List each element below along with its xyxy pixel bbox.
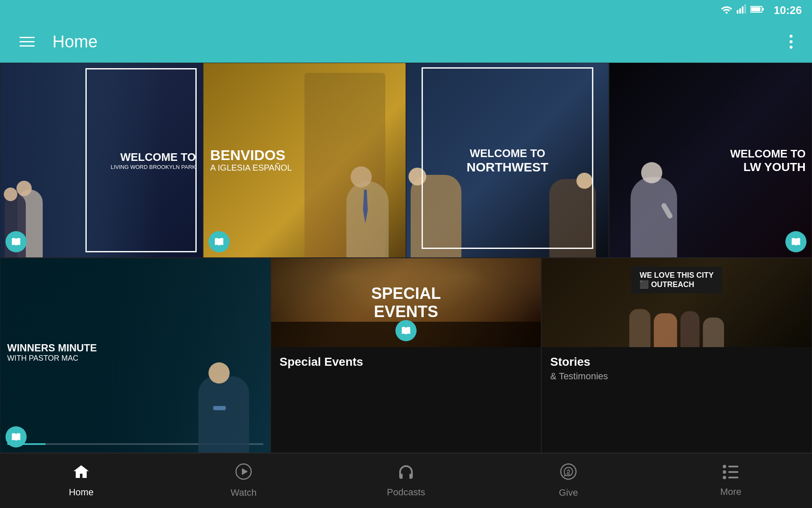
play-circle-icon: [235, 463, 252, 484]
svg-rect-2: [739, 8, 741, 14]
nav-watch[interactable]: Watch: [162, 453, 325, 508]
svg-point-10: [561, 464, 576, 479]
page-title: Home: [52, 32, 785, 51]
nav-home[interactable]: Home: [0, 453, 162, 508]
card-title-stories: Stories: [550, 355, 803, 369]
time-display: 10:26: [774, 4, 802, 17]
svg-point-14: [723, 465, 726, 468]
svg-rect-6: [763, 8, 764, 11]
headphones-icon: [398, 464, 414, 483]
svg-point-15: [723, 470, 726, 474]
card-brooklyn-park[interactable]: WELCOME TO LIVING WORD BROOKYLN PARK Bro…: [0, 63, 203, 258]
signal-icon: [737, 4, 746, 16]
book-icon-card2: [208, 231, 230, 252]
svg-point-16: [723, 476, 726, 479]
hamburger-menu-button[interactable]: [15, 33, 39, 51]
book-icon-card1: [5, 231, 27, 252]
content-cards-row: WINNERS MINUTE WITH PASTOR MAC Winner's …: [0, 258, 812, 453]
card-title-special-events: Special Events: [280, 355, 532, 369]
top-bar: Home: [0, 20, 812, 63]
card-subtitle-stories: & Testimonies: [550, 371, 803, 382]
card-special-events[interactable]: SPECIAL EVENTS Special Events: [271, 258, 541, 453]
battery-icon: [750, 5, 764, 16]
card-northwest[interactable]: WELCOME TO NORTHWEST Northwest Rogers Ca…: [406, 63, 609, 258]
card-info-special-events: Special Events: [271, 347, 541, 375]
svg-marker-9: [242, 468, 248, 475]
svg-point-0: [725, 12, 727, 14]
give-icon: [560, 463, 577, 484]
list-icon: [722, 464, 739, 483]
svg-rect-1: [737, 10, 738, 14]
book-icon-card4: [785, 231, 807, 252]
card-iglesia[interactable]: BENVIDOS A IGLESIA ESPAÑOL Iglesia Españ…: [203, 63, 406, 258]
campus-cards-row: WELCOME TO LIVING WORD BROOKYLN PARK Bro…: [0, 63, 812, 258]
card-info-winners-minute: Winner's Minute: [0, 453, 270, 453]
svg-rect-7: [751, 7, 760, 11]
main-content: WELCOME TO LIVING WORD BROOKYLN PARK Bro…: [0, 63, 812, 453]
svg-rect-11: [728, 466, 738, 467]
more-options-button[interactable]: [785, 30, 797, 53]
bottom-navigation: Home Watch Podcasts Give: [0, 453, 812, 508]
book-icon-wm: [5, 426, 27, 447]
home-icon: [73, 464, 90, 483]
book-icon-se: [395, 320, 417, 341]
status-bar: 10:26: [0, 0, 812, 20]
nav-podcasts-label: Podcasts: [387, 487, 425, 498]
nav-more[interactable]: More: [650, 453, 812, 508]
svg-rect-3: [742, 6, 743, 14]
nav-watch-label: Watch: [230, 487, 257, 498]
nav-more-label: More: [720, 486, 741, 497]
wifi-icon: [721, 4, 732, 16]
svg-rect-12: [728, 471, 738, 473]
nav-podcasts[interactable]: Podcasts: [325, 453, 487, 508]
nav-give[interactable]: Give: [487, 453, 650, 508]
card-youth[interactable]: WELCOME TO LW YOUTH Youth Main Campus: [609, 63, 812, 258]
svg-rect-4: [744, 4, 746, 14]
card-stories[interactable]: WE LOVE THIS CITY ⬛ OUTREACH Stories & T…: [541, 258, 812, 453]
card-winners-minute[interactable]: WINNERS MINUTE WITH PASTOR MAC Winner's …: [0, 258, 271, 453]
nav-home-label: Home: [69, 487, 94, 498]
svg-rect-13: [728, 477, 738, 478]
card-info-stories: Stories & Testimonies: [542, 347, 812, 388]
nav-give-label: Give: [559, 487, 578, 498]
